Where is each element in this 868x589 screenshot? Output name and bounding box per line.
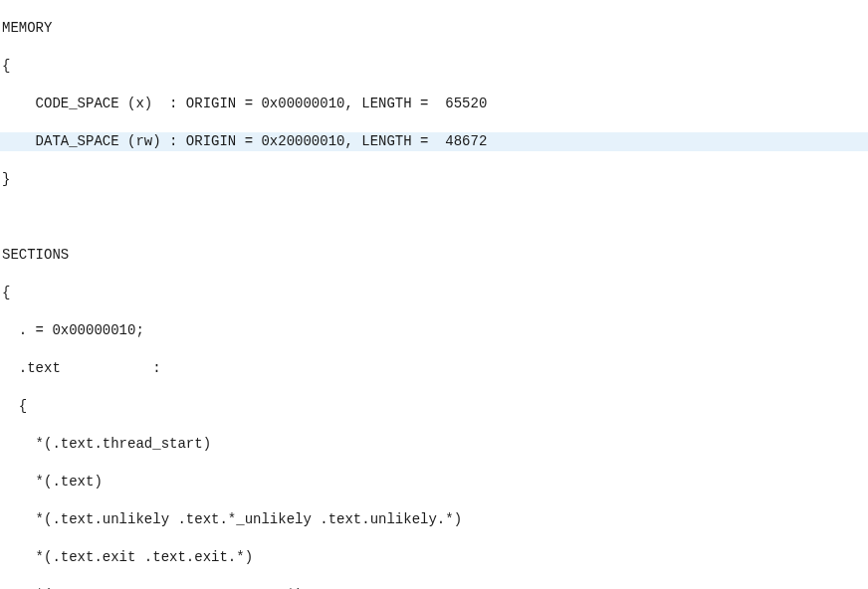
code-line-highlighted: DATA_SPACE (rw) : ORIGIN = 0x20000010, L… <box>0 132 868 151</box>
code-line: *(.text.unlikely .text.*_unlikely .text.… <box>0 510 868 529</box>
code-line: . = 0x00000010; <box>0 321 868 340</box>
code-line: { <box>0 284 868 302</box>
code-line: *(.text.thread_start) <box>0 435 868 454</box>
code-line: } <box>0 170 868 189</box>
code-line: MEMORY <box>0 19 868 38</box>
code-line: CODE_SPACE (x) : ORIGIN = 0x00000010, LE… <box>0 95 868 113</box>
code-line: { <box>0 57 868 76</box>
code-line: *(.text.exit .text.exit.*) <box>0 548 868 567</box>
code-line: SECTIONS <box>0 246 868 265</box>
code-line: { <box>0 397 868 416</box>
linker-script-source: MEMORY { CODE_SPACE (x) : ORIGIN = 0x000… <box>0 0 868 589</box>
code-line: .text : <box>0 359 868 378</box>
code-line: *(.text) <box>0 473 868 491</box>
